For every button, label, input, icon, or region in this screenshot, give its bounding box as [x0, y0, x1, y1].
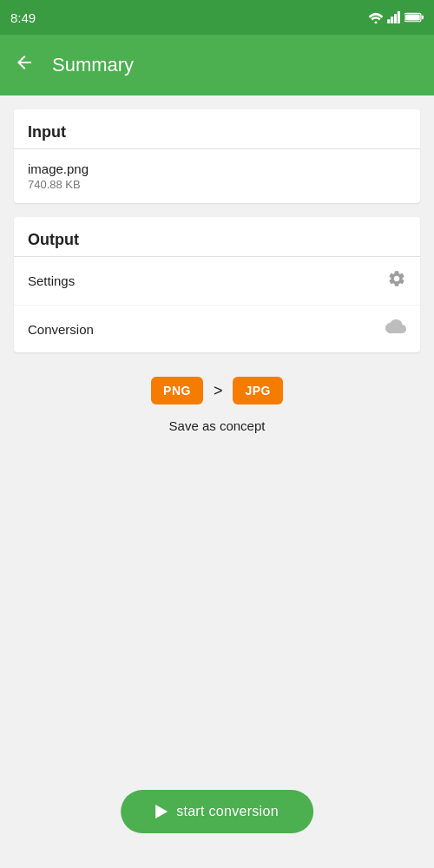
file-name: image.png — [28, 161, 89, 176]
battery-icon — [404, 12, 424, 23]
output-section-title: Output — [28, 231, 79, 248]
main-content: Input image.png 740.88 KB Output Setting… — [0, 95, 434, 447]
svg-rect-4 — [398, 11, 400, 23]
svg-rect-7 — [405, 14, 420, 20]
cloud-icon — [385, 318, 406, 340]
status-icons — [368, 11, 424, 23]
svg-rect-3 — [394, 14, 397, 23]
file-info: image.png 740.88 KB — [28, 161, 89, 191]
settings-row[interactable]: Settings — [14, 257, 420, 306]
status-bar: 8:49 — [0, 0, 434, 35]
svg-point-0 — [375, 22, 378, 24]
back-button[interactable] — [14, 52, 35, 78]
from-format-badge: PNG — [151, 377, 203, 404]
signal-icon — [387, 11, 401, 23]
conversion-label: Conversion — [28, 322, 94, 337]
gear-icon — [387, 269, 406, 293]
badge-row: PNG > JPG — [151, 377, 283, 404]
svg-rect-2 — [391, 16, 393, 23]
svg-rect-6 — [422, 16, 424, 20]
conversion-row[interactable]: Conversion — [14, 306, 420, 352]
output-card: Output Settings Conversion — [14, 217, 420, 352]
arrow-icon: > — [214, 382, 223, 400]
to-format-badge: JPG — [233, 377, 283, 404]
start-button-container: start conversion — [121, 790, 313, 833]
app-bar: Summary — [0, 35, 434, 95]
svg-rect-1 — [387, 19, 390, 23]
input-file-row: image.png 740.88 KB — [14, 149, 420, 203]
start-conversion-button[interactable]: start conversion — [121, 790, 313, 833]
start-button-label: start conversion — [176, 804, 279, 819]
file-size: 740.88 KB — [28, 178, 89, 191]
save-concept-label[interactable]: Save as concept — [169, 418, 266, 433]
page-title: Summary — [52, 54, 134, 76]
input-card: Input image.png 740.88 KB — [14, 109, 420, 203]
wifi-icon — [368, 11, 384, 23]
conversion-area: PNG > JPG Save as concept — [14, 377, 420, 433]
settings-label: Settings — [28, 273, 75, 288]
play-icon — [155, 805, 168, 819]
input-section-header: Input — [14, 109, 420, 149]
status-time: 8:49 — [10, 10, 36, 25]
input-section-title: Input — [28, 123, 66, 141]
output-section-header: Output — [14, 217, 420, 257]
